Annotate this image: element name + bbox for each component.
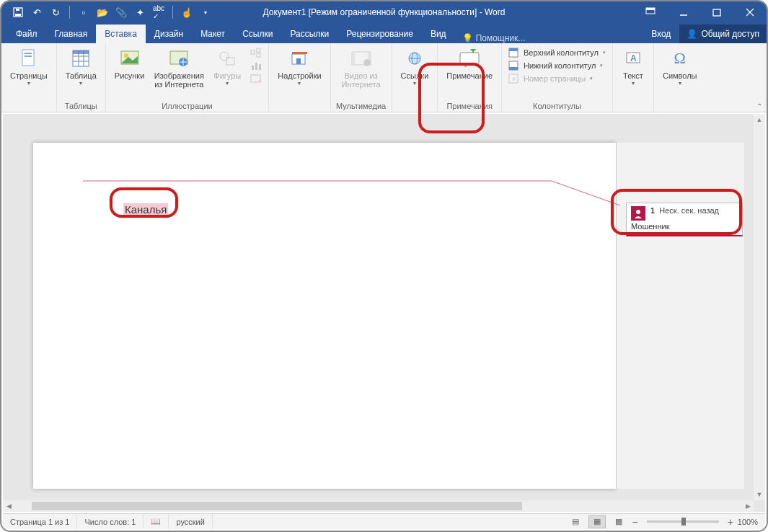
view-web-button[interactable]: ▩ xyxy=(610,515,627,528)
share-button[interactable]: 👤 Общий доступ xyxy=(679,25,767,43)
minimize-button[interactable] xyxy=(667,1,700,23)
redo-button[interactable]: ↻ xyxy=(48,4,63,20)
symbols-label: Символы xyxy=(663,71,697,80)
status-page-label: Страница 1 из 1 xyxy=(10,518,69,526)
tab-file[interactable]: Файл xyxy=(7,25,46,43)
scroll-up-icon[interactable]: ▲ xyxy=(754,114,765,125)
view-read-button[interactable]: ▤ xyxy=(567,515,584,528)
comments-pane: 1 Неск. сек. назад Мошенник xyxy=(616,143,744,489)
screenshot-button[interactable]: + xyxy=(248,73,264,84)
table-button[interactable]: Таблица ▾ xyxy=(61,45,101,88)
new-comment-button[interactable]: + Примечание xyxy=(442,45,497,81)
pictures-button[interactable]: Рисунки xyxy=(110,45,149,81)
tab-mailings[interactable]: Рассылки xyxy=(281,25,337,43)
symbols-button[interactable]: Ω Символы ▾ xyxy=(658,45,702,88)
shapes-label: Фигуры xyxy=(213,71,241,80)
smartart-button[interactable] xyxy=(248,47,264,58)
hscroll-thumb[interactable] xyxy=(32,502,522,510)
addins-button[interactable]: Надстройки ▾ xyxy=(273,45,325,88)
svg-rect-10 xyxy=(25,53,32,54)
svg-rect-6 xyxy=(713,9,720,16)
comment-balloon[interactable]: 1 Неск. сек. назад Мошенник xyxy=(626,203,743,236)
qat-open-icon[interactable]: 📂 xyxy=(94,4,110,20)
ribbon-tabs: Файл Главная Вставка Дизайн Макет Ссылки… xyxy=(1,23,767,43)
qat-touch-icon[interactable]: ☝ xyxy=(179,4,195,20)
links-button[interactable]: Ссылки ▾ xyxy=(397,45,433,88)
zoom-slider[interactable] xyxy=(647,520,719,523)
online-video-button[interactable]: Видео из Интернета xyxy=(335,45,387,90)
chevron-down-icon: ▾ xyxy=(632,80,635,87)
svg-rect-47 xyxy=(509,67,518,70)
ribbon-collapse-button[interactable]: ⌃ xyxy=(756,102,762,110)
signin-link[interactable]: Вход xyxy=(643,29,679,39)
header-button[interactable]: Верхний колонтитул▾ xyxy=(506,47,608,58)
zoom-thumb[interactable] xyxy=(681,518,686,526)
comment-body[interactable]: Мошенник xyxy=(631,222,738,231)
maximize-button[interactable] xyxy=(700,1,733,23)
close-button[interactable] xyxy=(733,1,767,23)
chart-button[interactable] xyxy=(248,60,264,71)
qat-new-icon[interactable]: ▫ xyxy=(76,4,92,20)
table-label: Таблица xyxy=(66,71,97,80)
store-icon xyxy=(288,47,311,70)
svg-rect-25 xyxy=(257,48,260,52)
pagenumber-button[interactable]: #Номер страницы▾ xyxy=(506,73,608,84)
group-links-label xyxy=(397,100,433,111)
status-wordcount[interactable]: Число слов: 1 xyxy=(77,514,144,529)
tab-design[interactable]: Дизайн xyxy=(146,25,192,43)
horizontal-scrollbar[interactable]: ◀ ▶ xyxy=(3,500,754,512)
tab-references[interactable]: Ссылки xyxy=(234,25,281,43)
online-pictures-label: Изображения из Интернета xyxy=(153,71,205,89)
shapes-button[interactable]: Фигуры ▾ xyxy=(209,45,245,88)
textbox-icon: A xyxy=(622,47,645,70)
group-headerfooter: Верхний колонтитул▾ Нижний колонтитул▾ #… xyxy=(502,43,613,112)
tab-view[interactable]: Вид xyxy=(422,25,455,43)
qat-separator xyxy=(69,6,70,19)
text-button[interactable]: A Текст ▾ xyxy=(617,45,649,88)
svg-rect-24 xyxy=(251,50,255,54)
status-page[interactable]: Страница 1 из 1 xyxy=(3,514,77,529)
tab-home[interactable]: Главная xyxy=(46,25,97,43)
qat-attach-icon[interactable]: 📎 xyxy=(113,4,129,20)
pages-button[interactable]: Страницы ▾ xyxy=(6,45,52,88)
footer-button[interactable]: Нижний колонтитул▾ xyxy=(506,60,608,71)
scroll-right-icon[interactable]: ▶ xyxy=(742,500,754,512)
svg-point-19 xyxy=(124,53,128,58)
chevron-down-icon: ▾ xyxy=(413,80,416,87)
save-button[interactable] xyxy=(10,4,26,20)
tell-me-search[interactable]: 💡 Помощник... xyxy=(455,33,533,43)
scroll-left-icon[interactable]: ◀ xyxy=(3,500,14,512)
tab-review[interactable]: Рецензирование xyxy=(337,25,422,43)
selected-text[interactable]: Каналья xyxy=(123,203,168,216)
group-pages-label xyxy=(6,100,52,111)
zoom-in-button[interactable]: + xyxy=(728,516,733,528)
tab-layout[interactable]: Макет xyxy=(192,25,234,43)
page-icon xyxy=(17,47,40,70)
chevron-down-icon: ▾ xyxy=(226,80,229,87)
qat-dropdown-icon[interactable]: ▾ xyxy=(198,4,213,20)
qat-icon-4[interactable]: ✦ xyxy=(132,4,148,20)
qat-spellcheck-icon[interactable]: abc✓ xyxy=(151,4,167,20)
ribbon: Страницы ▾ Таблица ▾ Таблицы Рисунки Изо… xyxy=(1,43,767,112)
svg-text:#: # xyxy=(512,76,516,83)
ribbon-options-button[interactable] xyxy=(634,1,667,23)
illustrations-extra: + xyxy=(245,45,264,86)
video-icon xyxy=(350,47,373,70)
online-pictures-button[interactable]: Изображения из Интернета xyxy=(149,45,209,90)
svg-rect-27 xyxy=(252,66,254,70)
zoom-out-button[interactable]: − xyxy=(632,516,637,528)
document-page[interactable]: Каналья xyxy=(33,143,616,489)
quick-access-toolbar: ↶ ↻ ▫ 📂 📎 ✦ abc✓ ☝ ▾ xyxy=(1,4,213,20)
undo-button[interactable]: ↶ xyxy=(29,4,45,20)
shapes-icon xyxy=(216,47,239,70)
chevron-down-icon: ▾ xyxy=(27,80,30,87)
scroll-down-icon[interactable]: ▼ xyxy=(754,489,765,500)
online-video-label: Видео из Интернета xyxy=(340,71,383,89)
vertical-scrollbar[interactable]: ▲ ▼ xyxy=(754,114,765,500)
view-print-button[interactable]: ▦ xyxy=(588,515,606,528)
zoom-level[interactable]: 100% xyxy=(738,518,758,526)
tab-insert[interactable]: Вставка xyxy=(96,25,146,43)
status-language[interactable]: русский xyxy=(169,514,212,529)
status-proofing[interactable]: 📖 xyxy=(144,514,169,529)
group-headerfooter-label: Колонтитулы xyxy=(506,100,608,111)
